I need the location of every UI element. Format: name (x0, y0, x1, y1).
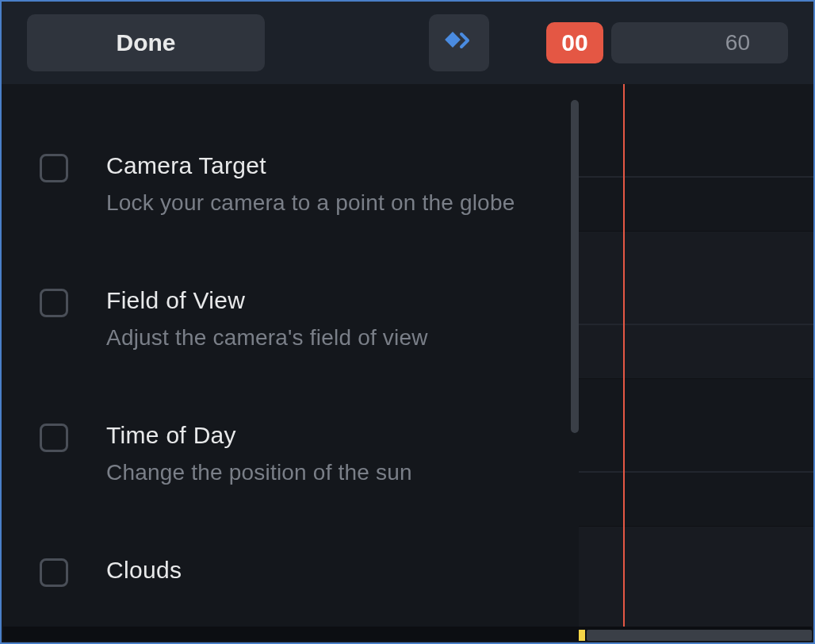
option-text: Time of Day Change the position of the s… (106, 422, 579, 485)
option-field-of-view: Field of View Adjust the camera's field … (40, 238, 579, 373)
content-area: Camera Target Lock your camera to a poin… (2, 84, 813, 628)
done-button[interactable]: Done (27, 14, 265, 71)
option-title: Camera Target (106, 152, 579, 179)
option-text: Camera Target Lock your camera to a poin… (106, 152, 579, 216)
option-title: Time of Day (106, 422, 579, 449)
time-tick-label: 60 (725, 30, 750, 56)
option-clouds: Clouds (40, 508, 579, 617)
options-panel: Camera Target Lock your camera to a poin… (2, 84, 579, 628)
track-subrow[interactable] (579, 324, 813, 379)
track-row[interactable] (579, 84, 813, 232)
keyframe-button[interactable] (429, 14, 489, 71)
option-title: Field of View (106, 287, 579, 314)
track-row[interactable] (579, 379, 813, 527)
checkbox-clouds[interactable] (40, 558, 68, 587)
scrollbar[interactable] (571, 100, 579, 433)
track-subrow[interactable] (579, 471, 813, 527)
time-current-value: 00 (561, 29, 587, 56)
track-subrow[interactable] (579, 176, 813, 232)
track-row[interactable] (579, 232, 813, 379)
toolbar: Done 00 60 (2, 2, 813, 84)
time-current-marker[interactable]: 00 (546, 22, 603, 63)
option-camera-target: Camera Target Lock your camera to a poin… (40, 103, 579, 238)
option-desc: Adjust the camera's field of view (106, 325, 579, 351)
option-text: Field of View Adjust the camera's field … (106, 287, 579, 351)
option-title: Clouds (106, 557, 579, 584)
svg-rect-0 (445, 32, 461, 48)
option-time-of-day: Time of Day Change the position of the s… (40, 373, 579, 508)
checkbox-time-of-day[interactable] (40, 424, 68, 452)
playhead[interactable] (623, 84, 625, 628)
horizontal-scrollbar-thumb[interactable] (587, 630, 812, 641)
scroll-indicator (579, 630, 585, 641)
option-text: Clouds (106, 557, 579, 595)
timeline-panel[interactable] (579, 84, 813, 628)
checkbox-camera-target[interactable] (40, 154, 68, 182)
option-desc: Lock your camera to a point on the globe (106, 190, 579, 216)
checkbox-field-of-view[interactable] (40, 289, 68, 317)
keyframe-icon (444, 31, 474, 56)
time-ruler-segment[interactable]: 60 (611, 22, 788, 63)
option-desc: Change the position of the sun (106, 460, 579, 485)
